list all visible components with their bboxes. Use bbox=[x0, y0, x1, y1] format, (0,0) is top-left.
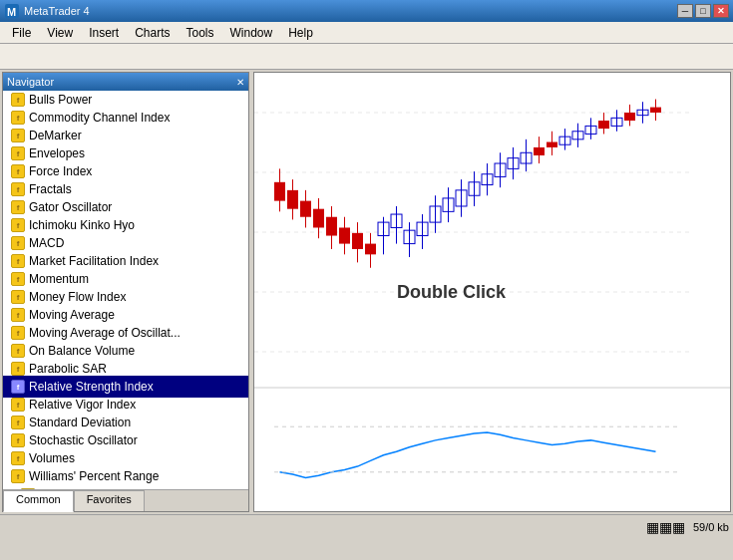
nav-item-label: Bulls Power bbox=[29, 93, 92, 107]
status-right: ▦▦▦ 59/0 kb bbox=[646, 519, 729, 535]
navigator-close-button[interactable]: ✕ bbox=[236, 77, 244, 88]
indicator-icon: f bbox=[11, 380, 25, 394]
indicator-icon: f bbox=[11, 93, 25, 107]
nav-item-label: Fractals bbox=[29, 182, 72, 196]
nav-item-label: Relative Strength Index bbox=[29, 380, 154, 394]
menu-bar: File View Insert Charts Tools Window Hel… bbox=[0, 22, 733, 44]
nav-item-maos[interactable]: f Moving Average of Oscillat... bbox=[3, 324, 248, 342]
status-info: 59/0 kb bbox=[693, 521, 729, 533]
indicator-icon: f bbox=[11, 398, 25, 412]
nav-tabs: Common Favorites bbox=[3, 489, 248, 511]
nav-item-money-flow[interactable]: f Money Flow Index bbox=[3, 288, 248, 306]
navigator-list: f Bulls Power f Commodity Channel Index … bbox=[3, 91, 248, 489]
nav-item-macd[interactable]: f MACD bbox=[3, 234, 248, 252]
menu-charts[interactable]: Charts bbox=[127, 24, 178, 42]
nav-item-label: MACD bbox=[29, 236, 64, 250]
nav-item-force-index[interactable]: f Force Index bbox=[3, 162, 248, 180]
navigator-title: Navigator bbox=[7, 76, 54, 88]
navigator-panel: Navigator ✕ f Bulls Power f Commodity Ch… bbox=[2, 72, 249, 512]
indicator-icon: f bbox=[11, 111, 25, 125]
indicator-icon: f bbox=[11, 469, 25, 483]
nav-item-rsi[interactable]: f Relative Strength Index bbox=[3, 378, 248, 396]
nav-item-label: Stochastic Oscillator bbox=[29, 433, 138, 447]
indicator-icon: f bbox=[11, 290, 25, 304]
close-button[interactable]: ✕ bbox=[713, 4, 729, 18]
chart-area: Double Click bbox=[253, 72, 731, 512]
indicator-icon: f bbox=[11, 236, 25, 250]
nav-item-label: Gator Oscillator bbox=[29, 200, 112, 214]
nav-item-momentum[interactable]: f Momentum bbox=[3, 270, 248, 288]
nav-item-label: Relative Vigor Index bbox=[29, 398, 136, 412]
window-controls: ─ □ ✕ bbox=[677, 4, 729, 18]
indicator-icon: f bbox=[11, 200, 25, 214]
nav-item-cci[interactable]: f Commodity Channel Index bbox=[3, 109, 248, 127]
nav-item-stochastic[interactable]: f Stochastic Oscillator bbox=[3, 431, 248, 449]
menu-file[interactable]: File bbox=[4, 24, 39, 42]
nav-item-label: Money Flow Index bbox=[29, 290, 126, 304]
nav-item-label: DeMarker bbox=[29, 129, 82, 142]
indicator-icon: f bbox=[11, 308, 25, 322]
nav-item-label: Ichimoku Kinko Hyo bbox=[29, 218, 135, 232]
nav-item-envelopes[interactable]: f Envelopes bbox=[3, 144, 248, 162]
indicator-icon: f bbox=[11, 164, 25, 178]
svg-text:M: M bbox=[7, 6, 16, 18]
tab-favorites[interactable]: Favorites bbox=[74, 490, 145, 511]
nav-item-bulls-power[interactable]: f Bulls Power bbox=[3, 91, 248, 109]
nav-item-stddev[interactable]: f Standard Deviation bbox=[3, 414, 248, 431]
indicator-icon: f bbox=[11, 146, 25, 160]
indicator-icon: f bbox=[11, 182, 25, 196]
nav-item-label: Envelopes bbox=[29, 146, 85, 160]
menu-window[interactable]: Window bbox=[222, 24, 281, 42]
double-click-label: Double Click bbox=[397, 282, 506, 303]
nav-item-demarker[interactable]: f DeMarker bbox=[3, 127, 248, 144]
nav-item-obv[interactable]: f On Balance Volume bbox=[3, 342, 248, 360]
nav-item-psar[interactable]: f Parabolic SAR bbox=[3, 360, 248, 378]
nav-item-fractals[interactable]: f Fractals bbox=[3, 180, 248, 198]
nav-item-label: Momentum bbox=[29, 272, 89, 286]
main-content: Navigator ✕ f Bulls Power f Commodity Ch… bbox=[0, 70, 733, 514]
indicator-icon: f bbox=[11, 416, 25, 429]
indicator-icon: f bbox=[11, 451, 25, 465]
maximize-button[interactable]: □ bbox=[695, 4, 711, 18]
nav-item-gator[interactable]: f Gator Oscillator bbox=[3, 198, 248, 216]
nav-item-label: Moving Average of Oscillat... bbox=[29, 326, 181, 340]
status-bar: ▦▦▦ 59/0 kb bbox=[0, 514, 733, 538]
nav-item-rvi[interactable]: f Relative Vigor Index bbox=[3, 396, 248, 414]
indicator-icon: f bbox=[11, 362, 25, 376]
status-icon: ▦▦▦ bbox=[646, 519, 685, 535]
nav-item-label: Standard Deviation bbox=[29, 416, 131, 429]
nav-item-label: Williams' Percent Range bbox=[29, 469, 159, 483]
menu-help[interactable]: Help bbox=[280, 24, 321, 42]
tab-common[interactable]: Common bbox=[3, 490, 74, 512]
indicator-icon: f bbox=[11, 272, 25, 286]
menu-tools[interactable]: Tools bbox=[179, 24, 222, 42]
indicator-icon: f bbox=[11, 129, 25, 142]
nav-item-volumes[interactable]: f Volumes bbox=[3, 449, 248, 467]
nav-item-label: On Balance Volume bbox=[29, 344, 135, 358]
nav-item-mfi[interactable]: f Market Facilitation Index bbox=[3, 252, 248, 270]
nav-item-wpr[interactable]: f Williams' Percent Range bbox=[3, 467, 248, 485]
nav-item-ma[interactable]: f Moving Average bbox=[3, 306, 248, 324]
minimize-button[interactable]: ─ bbox=[677, 4, 693, 18]
nav-item-label: Commodity Channel Index bbox=[29, 111, 170, 125]
title-bar: M MetaTrader 4 ─ □ ✕ bbox=[0, 0, 733, 22]
indicator-icon: f bbox=[11, 254, 25, 268]
nav-item-label: Force Index bbox=[29, 164, 92, 178]
navigator-header: Navigator ✕ bbox=[3, 73, 248, 91]
nav-item-label: Volumes bbox=[29, 451, 75, 465]
app-icon: M bbox=[4, 3, 20, 19]
indicator-icon: f bbox=[11, 326, 25, 340]
menu-insert[interactable]: Insert bbox=[81, 24, 127, 42]
window-title: MetaTrader 4 bbox=[24, 5, 677, 17]
nav-item-label: Market Facilitation Index bbox=[29, 254, 159, 268]
indicator-icon: f bbox=[11, 344, 25, 358]
nav-item-ichimoku[interactable]: f Ichimoku Kinko Hyo bbox=[3, 216, 248, 234]
nav-item-label: Moving Average bbox=[29, 308, 115, 322]
indicator-icon: f bbox=[11, 433, 25, 447]
menu-view[interactable]: View bbox=[39, 24, 81, 42]
nav-item-label: Parabolic SAR bbox=[29, 362, 107, 376]
indicator-icon: f bbox=[11, 218, 25, 232]
toolbar bbox=[0, 44, 733, 70]
